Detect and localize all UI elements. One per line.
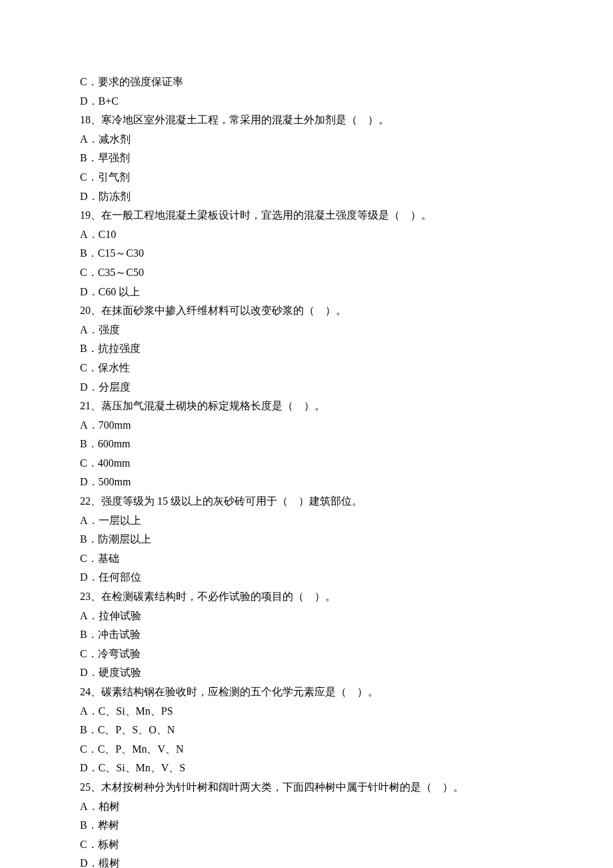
question-text: 24、碳素结构钢在验收时，应检测的五个化学元素应是（ ）。 [80,683,533,701]
option-text: B．冲击试验 [80,626,533,643]
question-text: 23、在检测碳素结构时，不必作试验的项目的（ ）。 [80,588,533,605]
question-text: 18、寒冷地区室外混凝土工程，常采用的混凝土外加剂是（ ）。 [80,111,533,129]
option-text: D．椴树 [80,855,533,868]
option-text: B．防潮层以上 [80,531,533,548]
option-text: C．C、P、Mn、V、N [80,741,533,758]
question-text: 21、蒸压加气混凝土砌块的标定规格长度是（ ）。 [80,397,533,415]
option-text: C．基础 [80,550,533,567]
option-text: C．冷弯试验 [80,645,533,663]
option-text: B．桦树 [80,817,533,834]
option-text: B．C15～C30 [80,245,533,262]
option-text: D．C60 以上 [80,283,533,301]
option-text: D．500mm [80,473,533,491]
option-text: B．600mm [80,435,533,453]
option-text: D．硬度试验 [80,664,533,681]
option-text: C．保水性 [80,359,533,377]
option-text: A．柏树 [80,798,533,815]
option-text: D．B+C [80,93,533,110]
option-text: B．早强剂 [80,149,533,167]
option-text: A．C10 [80,226,533,243]
option-text: A．C、Si、Mn、PS [80,703,533,720]
option-text: C．400mm [80,455,533,472]
option-text: A．一层以上 [80,512,533,529]
option-text: D．C、Si、Mn、V、S [80,759,533,777]
question-text: 22、强度等级为 15 级以上的灰砂砖可用于（ ）建筑部位。 [80,493,533,510]
option-text: D．分层度 [80,379,533,396]
option-text: B．C、P、S、O、N [80,721,533,739]
option-text: C．C35～C50 [80,264,533,281]
option-text: B．抗拉强度 [80,340,533,357]
document-content: C．要求的强度保证率D．B+C18、寒冷地区室外混凝土工程，常采用的混凝土外加剂… [80,73,533,868]
option-text: C．栎树 [80,836,533,853]
option-text: D．任何部位 [80,569,533,586]
option-text: A．强度 [80,321,533,339]
question-text: 25、木材按树种分为针叶树和阔叶两大类，下面四种树中属于针叶树的是（ ）。 [80,779,533,796]
question-text: 19、在一般工程地混凝土梁板设计时，宜选用的混凝土强度等级是（ ）。 [80,207,533,224]
option-text: A．拉伸试验 [80,607,533,625]
option-text: C．要求的强度保证率 [80,73,533,91]
option-text: A．减水剂 [80,131,533,148]
option-text: D．防冻剂 [80,188,533,205]
option-text: C．引气剂 [80,169,533,186]
option-text: A．700mm [80,417,533,434]
question-text: 20、在抹面砂浆中掺入纤维材料可以改变砂浆的（ ）。 [80,302,533,319]
